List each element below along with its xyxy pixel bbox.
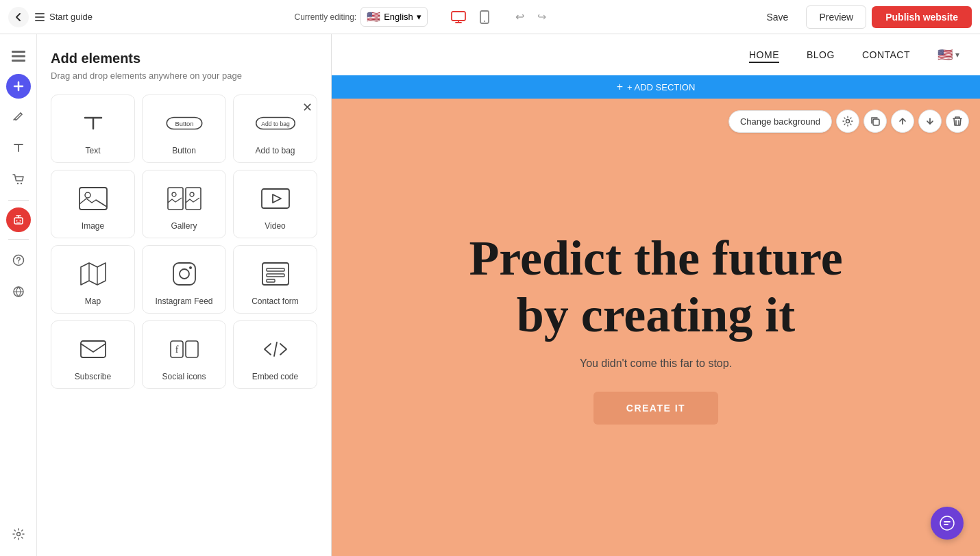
nav-contact[interactable]: CONTACT (862, 49, 910, 60)
svg-text:Button: Button (175, 120, 193, 127)
svg-rect-0 (35, 13, 45, 14)
element-instagram[interactable]: Instagram Feed (142, 245, 226, 314)
svg-text:f: f (175, 344, 178, 355)
element-image[interactable]: Image (51, 170, 135, 238)
instagram-element-icon (164, 257, 205, 291)
element-embed-code[interactable]: Embed code (233, 320, 317, 389)
chat-support-button[interactable] (931, 507, 964, 540)
section-delete-button[interactable] (946, 110, 969, 133)
save-button[interactable]: Save (754, 6, 800, 28)
add-elements-panel: Add elements Drag and drop elements anyw… (37, 34, 332, 556)
element-button[interactable]: Button Button (142, 94, 226, 163)
video-element-label: Video (265, 221, 285, 231)
svg-rect-27 (262, 189, 289, 208)
map-element-icon (73, 257, 114, 291)
hero-heading-line1: Predict the future (469, 231, 842, 286)
svg-rect-36 (81, 341, 106, 357)
sidebar-settings-button[interactable] (5, 520, 32, 548)
svg-point-31 (189, 266, 192, 269)
sidebar-translate-button[interactable] (5, 278, 32, 305)
undo-button[interactable]: ↩ (510, 7, 530, 27)
image-element-label: Image (82, 221, 104, 231)
element-social-icons[interactable]: f Social icons (142, 320, 226, 389)
panel-subtitle: Drag and drop elements anywhere on your … (51, 71, 317, 81)
back-button[interactable] (8, 7, 29, 27)
start-guide[interactable]: Start guide (34, 12, 93, 23)
redo-button[interactable]: ↪ (532, 7, 552, 27)
change-background-button[interactable]: Change background (728, 110, 832, 133)
element-map[interactable]: Map (51, 245, 135, 314)
svg-rect-41 (873, 119, 879, 125)
topbar-center: Currently editing: 🇺🇸 English ▾ ↩ ↪ (98, 5, 749, 29)
element-gallery[interactable]: Gallery (142, 170, 226, 238)
nav-blog[interactable]: BLOG (807, 49, 835, 60)
text-element-label: Text (85, 146, 100, 155)
svg-point-12 (16, 220, 17, 222)
hero-heading-line2: by creating it (517, 288, 796, 342)
svg-point-40 (846, 120, 850, 123)
language-selector[interactable]: 🇺🇸 English ▾ (360, 7, 428, 27)
svg-rect-21 (79, 188, 107, 210)
sidebar-text-style-button[interactable] (5, 134, 32, 162)
publish-button[interactable]: Publish website (872, 6, 972, 28)
embed-code-label: Embed code (252, 372, 298, 381)
gallery-element-icon (164, 181, 205, 216)
embed-code-icon (255, 332, 296, 366)
image-element-icon (73, 181, 114, 216)
sidebar-divider (8, 200, 29, 201)
svg-point-15 (18, 262, 19, 264)
sidebar-ai-button[interactable] (6, 207, 31, 232)
element-contact-form[interactable]: Contact form (233, 245, 317, 314)
topbar: Start guide Currently editing: 🇺🇸 Englis… (0, 0, 980, 34)
sidebar-layers-button[interactable] (5, 42, 32, 70)
hero-cta-button[interactable]: CREATE IT (593, 392, 718, 425)
svg-rect-3 (452, 12, 465, 21)
sidebar-add-button[interactable] (6, 74, 31, 99)
svg-rect-8 (12, 60, 25, 62)
map-element-label: Map (85, 296, 101, 306)
svg-rect-39 (186, 341, 198, 357)
svg-rect-11 (14, 218, 23, 224)
svg-point-16 (16, 533, 20, 536)
section-move-up-button[interactable] (891, 110, 914, 133)
element-subscribe[interactable]: Subscribe (51, 320, 135, 389)
section-duplicate-button[interactable] (863, 110, 887, 133)
sidebar-pen-button[interactable] (5, 103, 32, 130)
element-video[interactable]: Video (233, 170, 317, 238)
section-toolbar: Change background (728, 110, 969, 133)
section-move-down-button[interactable] (918, 110, 942, 133)
contact-form-icon (255, 257, 296, 291)
desktop-device-button[interactable] (447, 5, 470, 29)
hero-subtext: You didn't come this far to stop. (580, 357, 732, 370)
svg-rect-35 (267, 279, 275, 282)
panel-title: Add elements (51, 51, 317, 66)
mobile-device-button[interactable] (473, 5, 496, 29)
instagram-element-label: Instagram Feed (155, 296, 212, 306)
sidebar-cart-button[interactable] (5, 166, 32, 193)
sidebar-divider-2 (8, 239, 29, 240)
sidebar-help-button[interactable] (5, 247, 32, 274)
canvas-area: HOME BLOG CONTACT 🇺🇸 ▾ + + ADD SECTION C… (332, 34, 980, 556)
element-text[interactable]: Text (51, 94, 135, 163)
nav-home[interactable]: HOME (749, 49, 779, 60)
start-guide-label: Start guide (49, 12, 93, 22)
svg-point-26 (190, 192, 194, 197)
svg-rect-2 (35, 20, 45, 21)
preview-button[interactable]: Preview (806, 5, 866, 29)
elements-grid: Text Button Button Add to bag Add to bag (51, 94, 317, 389)
svg-marker-28 (273, 194, 281, 203)
close-panel-button[interactable]: ✕ (297, 97, 317, 118)
section-settings-button[interactable] (836, 110, 859, 133)
add-section-icon: + (617, 81, 623, 93)
subscribe-label: Subscribe (75, 372, 111, 381)
nav-language[interactable]: 🇺🇸 ▾ (938, 47, 959, 62)
add-section-bar[interactable]: + + ADD SECTION (332, 75, 980, 99)
add-to-bag-icon: Add to bag (255, 106, 296, 140)
svg-point-10 (20, 183, 21, 184)
topbar-right: Save Preview Publish website (754, 5, 972, 29)
svg-rect-33 (267, 268, 284, 271)
social-icons-icon: f (164, 332, 205, 366)
gallery-element-label: Gallery (171, 221, 197, 231)
nav-flag-chevron: ▾ (955, 50, 959, 60)
svg-point-9 (16, 183, 18, 184)
